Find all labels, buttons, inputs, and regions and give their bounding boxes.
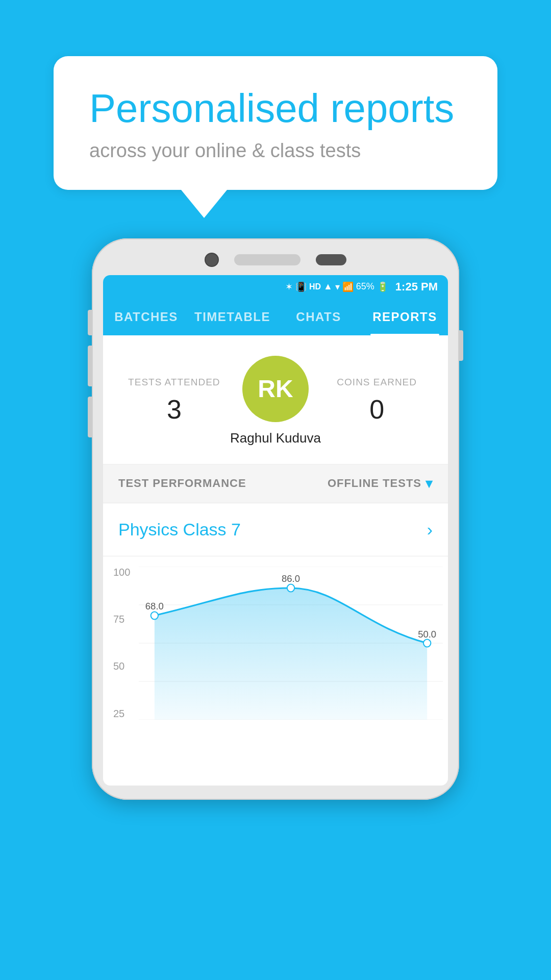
status-bar: ✶ 📳 HD ▲ ▾ 📶 65% 🔋 1:25 PM — [103, 275, 448, 299]
data-point-3 — [423, 639, 431, 647]
offline-tests-label: OFFLINE TESTS — [328, 477, 421, 490]
bubble-subtitle: across your online & class tests — [89, 140, 462, 162]
tests-attended-label: TESTS ATTENDED — [123, 377, 225, 388]
signal-icon: 📶 — [342, 281, 354, 292]
battery-percent: 65% — [356, 281, 374, 292]
y-label-25: 25 — [113, 708, 130, 720]
chart-label-2: 86.0 — [282, 573, 300, 583]
tab-chats[interactable]: CHATS — [276, 299, 362, 335]
earpiece-speaker — [234, 254, 300, 265]
coins-earned-label: COINS EARNED — [326, 377, 428, 388]
coins-earned-value: 0 — [326, 394, 428, 425]
hd-icon: HD — [309, 282, 321, 291]
user-name: Raghul Kuduva — [230, 430, 321, 446]
mute-button — [88, 310, 92, 335]
avatar-block: RK Raghul Kuduva — [225, 356, 327, 446]
avatar: RK — [242, 356, 309, 422]
tests-attended-value: 3 — [123, 394, 225, 425]
chevron-down-icon: ▾ — [425, 476, 433, 492]
phone-device: ✶ 📳 HD ▲ ▾ 📶 65% 🔋 1:25 PM BATCHES TIMET… — [92, 238, 459, 800]
wifi-icon: ▾ — [335, 281, 340, 292]
bubble-title: Personalised reports — [89, 87, 462, 131]
coins-earned-block: COINS EARNED 0 — [326, 377, 428, 425]
data-point-1 — [151, 611, 158, 619]
tab-timetable[interactable]: TIMETABLE — [189, 299, 276, 335]
tests-attended-block: TESTS ATTENDED 3 — [123, 377, 225, 425]
volume-down-button — [88, 397, 92, 437]
bubble-arrow — [181, 190, 227, 218]
class-name: Physics Class 7 — [118, 520, 241, 540]
nav-tabs: BATCHES TIMETABLE CHATS REPORTS — [103, 299, 448, 335]
vibrate-icon: 📳 — [295, 281, 307, 292]
chart-svg: 68.0 86.0 50.0 — [139, 567, 443, 720]
speech-bubble-container: Personalised reports across your online … — [54, 56, 497, 218]
chart-label-1: 68.0 — [145, 600, 164, 611]
y-label-100: 100 — [113, 567, 130, 578]
status-icons: ✶ 📳 HD ▲ ▾ 📶 65% 🔋 — [285, 281, 388, 292]
phone-screen: ✶ 📳 HD ▲ ▾ 📶 65% 🔋 1:25 PM BATCHES TIMET… — [103, 275, 448, 786]
performance-bar: TEST PERFORMANCE OFFLINE TESTS ▾ — [103, 464, 448, 503]
chevron-right-icon: › — [427, 520, 433, 540]
offline-tests-dropdown[interactable]: OFFLINE TESTS ▾ — [328, 476, 433, 492]
bluetooth-icon: ✶ — [285, 281, 293, 292]
physics-class-row[interactable]: Physics Class 7 › — [103, 503, 448, 556]
profile-section: TESTS ATTENDED 3 RK Raghul Kuduva COINS … — [103, 335, 448, 464]
chart-label-3: 50.0 — [418, 629, 436, 640]
phone-top-bar — [103, 253, 448, 267]
signal-up-icon: ▲ — [323, 281, 333, 292]
data-point-2 — [287, 584, 294, 592]
power-button — [459, 330, 463, 361]
performance-chart: 100 75 50 25 — [103, 556, 448, 730]
chart-y-axis: 100 75 50 25 — [113, 567, 130, 720]
speech-bubble: Personalised reports across your online … — [54, 56, 497, 190]
y-label-75: 75 — [113, 614, 130, 625]
phone-body: ✶ 📳 HD ▲ ▾ 📶 65% 🔋 1:25 PM BATCHES TIMET… — [92, 238, 459, 800]
tab-reports[interactable]: REPORTS — [362, 299, 448, 335]
front-camera — [205, 253, 219, 267]
test-performance-label: TEST PERFORMANCE — [118, 477, 246, 490]
volume-up-button — [88, 346, 92, 386]
status-time: 1:25 PM — [395, 280, 438, 293]
sensor — [316, 254, 346, 265]
y-label-50: 50 — [113, 660, 130, 672]
tab-batches[interactable]: BATCHES — [103, 299, 189, 335]
avatar-initials: RK — [258, 375, 293, 403]
battery-icon: 🔋 — [377, 281, 388, 292]
